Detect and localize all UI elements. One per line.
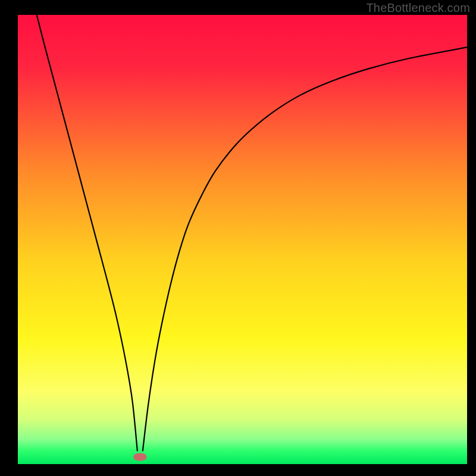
plot-background <box>18 15 467 464</box>
bottleneck-chart <box>0 0 476 476</box>
chart-frame: TheBottleneck.com <box>0 0 476 476</box>
minimum-marker <box>133 453 147 461</box>
watermark-text: TheBottleneck.com <box>366 1 470 15</box>
